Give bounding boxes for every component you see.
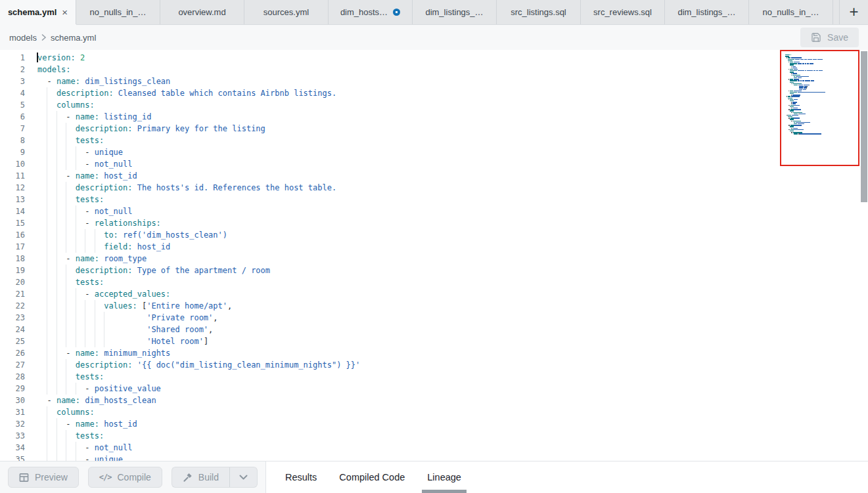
line-number[interactable]: 1: [0, 52, 25, 64]
save-button[interactable]: Save: [800, 28, 859, 47]
code-line[interactable]: 14 - not_null: [0, 205, 868, 217]
code-line[interactable]: 10 - not_null: [0, 158, 868, 170]
code-line[interactable]: 7 description: Primary key for the listi…: [0, 123, 868, 135]
line-number[interactable]: 11: [0, 170, 25, 182]
code-line[interactable]: 23 'Private room',: [0, 312, 868, 324]
code-line[interactable]: 17 field: host_id: [0, 241, 868, 253]
build-dropdown-button[interactable]: [229, 467, 258, 488]
preview-label: Preview: [35, 472, 68, 482]
editor-tab[interactable]: dim_hosts…: [329, 0, 413, 24]
compiled-code-tab[interactable]: Compiled Code: [328, 461, 416, 493]
line-number[interactable]: 15: [0, 217, 25, 229]
line-number[interactable]: 31: [0, 406, 25, 418]
code-line[interactable]: 31 columns:: [0, 406, 868, 418]
code-line[interactable]: 19 description: Type of the apartment / …: [0, 265, 868, 276]
line-number[interactable]: 5: [0, 99, 25, 111]
editor-tab[interactable]: overview.md: [160, 0, 244, 24]
code-line[interactable]: 25 'Hotel room']: [0, 335, 868, 347]
indent-guide: [57, 335, 57, 347]
code-line[interactable]: 34 - not_null: [0, 442, 868, 454]
line-number[interactable]: 18: [0, 253, 25, 265]
code-line[interactable]: 26 - name: minimum_nights: [0, 347, 868, 359]
line-number[interactable]: 21: [0, 288, 25, 300]
code-line[interactable]: 5 columns:: [0, 99, 868, 111]
line-number[interactable]: 30: [0, 395, 25, 406]
line-number[interactable]: 20: [0, 276, 25, 288]
line-number[interactable]: 24: [0, 324, 25, 335]
code-line[interactable]: 18 - name: room_type: [0, 253, 868, 265]
editor-tab[interactable]: schema.yml×: [0, 0, 76, 24]
code-line[interactable]: 11 - name: host_id: [0, 170, 868, 182]
lineage-tab[interactable]: Lineage: [416, 461, 472, 493]
code-line[interactable]: 29 - positive_value: [0, 383, 868, 395]
minimap[interactable]: [780, 50, 859, 166]
code-line[interactable]: 24 'Shared room',: [0, 324, 868, 335]
line-number[interactable]: 29: [0, 383, 25, 395]
line-number[interactable]: 13: [0, 194, 25, 205]
code-line[interactable]: 12 description: The hosts's id. Referenc…: [0, 182, 868, 194]
line-number[interactable]: 34: [0, 442, 25, 454]
code-line[interactable]: 21 - accepted_values:: [0, 288, 868, 300]
code-line[interactable]: 1version: 2: [0, 52, 868, 64]
code-line[interactable]: 20 tests:: [0, 276, 868, 288]
results-tab[interactable]: Results: [274, 461, 328, 493]
tab-close-icon[interactable]: ×: [62, 7, 68, 17]
line-number[interactable]: 16: [0, 229, 25, 241]
editor-tab[interactable]: no_nulls_in_…: [749, 0, 833, 24]
editor-tab[interactable]: src_reviews.sql: [581, 0, 665, 24]
indent-guide: [47, 288, 47, 300]
line-number[interactable]: 14: [0, 205, 25, 217]
editor-tab[interactable]: no_nulls_in_…: [76, 0, 160, 24]
compile-button[interactable]: </> Compile: [88, 467, 162, 488]
line-number[interactable]: 22: [0, 300, 25, 312]
code-line[interactable]: 32 - name: host_id: [0, 418, 868, 430]
code-line[interactable]: 16 to: ref('dim_hosts_clean'): [0, 229, 868, 241]
code-line[interactable]: 33 tests:: [0, 430, 868, 442]
line-number[interactable]: 32: [0, 418, 25, 430]
line-number[interactable]: 6: [0, 111, 25, 123]
line-number[interactable]: 3: [0, 75, 25, 87]
editor-tab[interactable]: src_listings.sql: [497, 0, 581, 24]
code-line[interactable]: 35 - unique: [0, 454, 868, 461]
code-line[interactable]: 22 values: ['Entire home/apt',: [0, 300, 868, 312]
code-line[interactable]: 28 tests:: [0, 371, 868, 383]
code-line[interactable]: 15 - relationships:: [0, 217, 868, 229]
code-line[interactable]: 13 tests:: [0, 194, 868, 205]
code-editor[interactable]: 1version: 22models:3 - name: dim_listing…: [0, 50, 868, 461]
indent-guide: [66, 265, 66, 276]
code-line[interactable]: 6 - name: listing_id: [0, 111, 868, 123]
add-tab-button[interactable]: +: [840, 0, 868, 24]
breadcrumb-folder[interactable]: models: [9, 33, 37, 43]
line-number[interactable]: 25: [0, 335, 25, 347]
line-number[interactable]: 17: [0, 241, 25, 253]
line-number[interactable]: 27: [0, 359, 25, 371]
code-line[interactable]: 9 - unique: [0, 146, 868, 158]
line-number[interactable]: 9: [0, 146, 25, 158]
line-number[interactable]: 7: [0, 123, 25, 135]
line-number[interactable]: 12: [0, 182, 25, 194]
line-number[interactable]: 4: [0, 87, 25, 99]
code-area[interactable]: 1version: 22models:3 - name: dim_listing…: [0, 52, 868, 461]
code-line[interactable]: 27 description: '{{ doc("dim_listing_cle…: [0, 359, 868, 371]
code-line[interactable]: 2models:: [0, 64, 868, 75]
code-line[interactable]: 8 tests:: [0, 135, 868, 146]
code-line[interactable]: 3 - name: dim_listings_clean: [0, 75, 868, 87]
editor-scrollbar[interactable]: [861, 51, 867, 202]
code-line[interactable]: 4 description: Cleansed table which cont…: [0, 87, 868, 99]
editor-tab[interactable]: dim_listings_…: [665, 0, 749, 24]
line-number[interactable]: 8: [0, 135, 25, 146]
line-number[interactable]: 28: [0, 371, 25, 383]
code-line[interactable]: 30 - name: dim_hosts_clean: [0, 395, 868, 406]
line-number[interactable]: 2: [0, 64, 25, 75]
line-number[interactable]: 10: [0, 158, 25, 170]
line-number[interactable]: 19: [0, 265, 25, 276]
indent-guide: [76, 288, 76, 300]
preview-button[interactable]: Preview: [8, 467, 79, 488]
line-number[interactable]: 23: [0, 312, 25, 324]
editor-tab[interactable]: sources.yml: [244, 0, 329, 24]
line-number[interactable]: 33: [0, 430, 25, 442]
line-number[interactable]: 26: [0, 347, 25, 359]
editor-tab[interactable]: dim_listings_…: [413, 0, 497, 24]
build-button[interactable]: Build: [171, 467, 229, 488]
line-number[interactable]: 35: [0, 454, 25, 461]
